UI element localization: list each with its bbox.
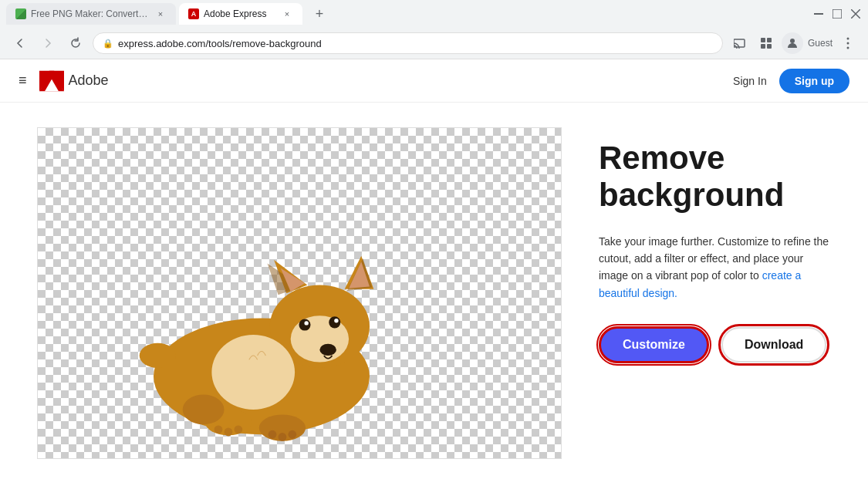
- title-line1: Remove: [599, 140, 724, 176]
- tab-1-label: Free PNG Maker: Convert a JP...: [31, 8, 150, 19]
- image-preview: [37, 127, 562, 459]
- svg-point-24: [319, 344, 336, 356]
- svg-point-9: [790, 39, 795, 43]
- sign-up-button[interactable]: Sign up: [779, 69, 849, 93]
- right-panel: Remove background Take your image furthe…: [599, 127, 831, 363]
- minimize-button[interactable]: [812, 8, 825, 20]
- svg-point-34: [214, 425, 223, 434]
- close-button[interactable]: [849, 8, 862, 20]
- browser-chrome: Free PNG Maker: Convert a JP... × A Adob…: [0, 0, 868, 59]
- tab-2-label: Adobe Express: [204, 8, 276, 19]
- main-content: Remove background Take your image furthe…: [0, 103, 868, 484]
- svg-point-26: [329, 316, 340, 328]
- svg-point-37: [269, 430, 277, 439]
- back-button[interactable]: [9, 32, 31, 54]
- profile-button[interactable]: [782, 32, 803, 54]
- svg-rect-7: [761, 44, 765, 49]
- toolbar-right: Guest: [729, 32, 859, 54]
- download-button[interactable]: Download: [721, 327, 826, 363]
- tab-1-close[interactable]: ×: [154, 8, 167, 20]
- tab-2[interactable]: A Adobe Express ×: [179, 3, 302, 25]
- svg-point-32: [183, 395, 225, 425]
- profile-extensions-icon[interactable]: [755, 32, 777, 54]
- maximize-button[interactable]: [831, 8, 843, 20]
- adobe-brand-text: Adobe: [69, 73, 109, 89]
- desc-link[interactable]: create a beautiful design.: [599, 269, 801, 299]
- page-content: ≡ Adobe Sign In Sign up: [0, 59, 868, 496]
- hamburger-menu[interactable]: ≡: [19, 73, 27, 89]
- svg-point-35: [225, 428, 233, 437]
- dog-image: [115, 227, 408, 443]
- new-tab-button[interactable]: +: [309, 3, 330, 25]
- guest-label: Guest: [808, 38, 833, 49]
- title-bar: Free PNG Maker: Convert a JP... × A Adob…: [0, 0, 868, 28]
- svg-rect-6: [767, 38, 772, 42]
- header-right: Sign In Sign up: [733, 69, 849, 93]
- refresh-button[interactable]: [65, 32, 86, 54]
- svg-point-39: [288, 430, 296, 439]
- sign-in-button[interactable]: Sign In: [733, 75, 767, 87]
- svg-point-31: [211, 335, 295, 410]
- svg-rect-8: [767, 44, 772, 49]
- svg-point-27: [304, 321, 308, 325]
- action-buttons: Customize Download: [599, 326, 831, 363]
- adobe-logo[interactable]: Adobe: [39, 70, 109, 92]
- svg-point-33: [140, 343, 176, 368]
- svg-point-12: [847, 47, 849, 49]
- cast-icon[interactable]: [729, 32, 751, 54]
- title-line2: background: [599, 177, 784, 213]
- tab-2-favicon: A: [188, 8, 199, 19]
- page-title: Remove background: [599, 140, 831, 214]
- svg-point-38: [279, 433, 287, 441]
- tab-1[interactable]: Free PNG Maker: Convert a JP... ×: [6, 3, 176, 25]
- svg-point-36: [234, 425, 242, 434]
- adobe-header: ≡ Adobe Sign In Sign up: [0, 59, 868, 103]
- customize-button[interactable]: Customize: [599, 326, 709, 363]
- svg-point-11: [847, 42, 849, 45]
- address-bar[interactable]: 🔒 express.adobe.com/tools/remove-backgro…: [93, 32, 723, 54]
- page-description: Take your image further. Customize to re…: [599, 233, 831, 302]
- window-controls: [812, 8, 862, 20]
- svg-point-10: [847, 38, 849, 40]
- svg-rect-5: [761, 38, 765, 42]
- lock-icon: 🔒: [103, 39, 113, 49]
- svg-point-25: [299, 319, 310, 331]
- svg-point-28: [334, 319, 338, 322]
- address-bar-row: 🔒 express.adobe.com/tools/remove-backgro…: [0, 28, 868, 59]
- adobe-logo-icon: [39, 70, 64, 92]
- svg-rect-1: [833, 9, 842, 19]
- address-text: express.adobe.com/tools/remove-backgroun…: [118, 38, 322, 49]
- tab-2-close[interactable]: ×: [281, 8, 293, 20]
- menu-icon[interactable]: [837, 32, 859, 54]
- tab-1-favicon: [15, 8, 26, 19]
- forward-button[interactable]: [37, 32, 59, 54]
- svg-rect-0: [814, 13, 823, 15]
